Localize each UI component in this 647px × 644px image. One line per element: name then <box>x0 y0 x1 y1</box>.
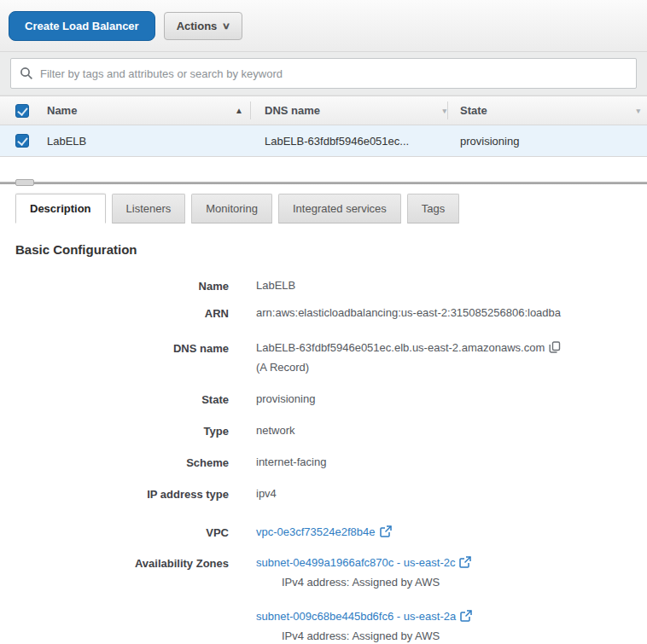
field-value: arn:aws:elasticloadbalancing:us-east-2:3… <box>256 306 561 319</box>
field-label: VPC <box>0 525 229 539</box>
actions-button[interactable]: Actions ∨ <box>164 12 243 40</box>
field-value: LabELB <box>256 279 295 292</box>
tab-integrated-services[interactable]: Integrated services <box>278 194 401 223</box>
basic-configuration-fields: Name LabELB ARN arn:aws:elasticloadbalan… <box>0 279 647 642</box>
field-value: ipv4 <box>256 487 277 500</box>
chevron-down-icon: ∨ <box>222 20 230 32</box>
availability-zone-item: subnet-0e499a1966afc870c - us-east-2c IP… <box>256 556 472 589</box>
splitter-handle[interactable] <box>15 179 34 186</box>
row-state-cell: provisioning <box>460 135 519 148</box>
select-all-checkbox[interactable] <box>15 104 29 118</box>
column-divider <box>447 102 448 119</box>
tab-tags[interactable]: Tags <box>407 194 459 223</box>
column-header-name[interactable]: Name <box>47 104 77 117</box>
pane-splitter[interactable] <box>0 182 647 184</box>
zone-ipv4-detail: IPv4 address: Assigned by AWS <box>256 576 472 589</box>
field-label: Name <box>0 279 229 293</box>
vpc-link[interactable]: vpc-0e3cf73524e2f8b4e <box>256 525 376 538</box>
field-arn: ARN arn:aws:elasticloadbalancing:us-east… <box>0 306 647 320</box>
tab-description[interactable]: Description <box>15 194 106 223</box>
field-value: network <box>256 424 295 437</box>
table-row[interactable]: LabELB LabELB-63fdbf5946e051ec... provis… <box>0 125 647 156</box>
subnet-link[interactable]: subnet-009c68be445bd6fc6 - us-east-2a <box>256 610 456 623</box>
field-scheme: Scheme internet-facing <box>0 455 647 469</box>
field-name: Name LabELB <box>0 279 647 293</box>
field-label: Type <box>0 424 229 438</box>
field-value: internet-facing <box>256 455 326 468</box>
row-dns-cell: LabELB-63fdbf5946e051ec... <box>265 135 409 148</box>
field-availability-zones: Availability Zones subnet-0e499a1966afc8… <box>0 556 647 642</box>
tab-monitoring[interactable]: Monitoring <box>191 194 272 223</box>
field-vpc: VPC vpc-0e3cf73524e2f8b4e <box>0 525 647 540</box>
filter-strip <box>0 51 647 96</box>
field-ip-address-type: IP address type ipv4 <box>0 487 647 501</box>
create-load-balancer-button[interactable]: Create Load Balancer <box>9 11 155 41</box>
actions-button-label: Actions <box>177 20 218 32</box>
field-label: Scheme <box>0 455 229 469</box>
description-pane: Basic Configuration Name LabELB ARN arn:… <box>0 223 647 644</box>
field-label: IP address type <box>0 487 229 501</box>
column-header-state[interactable]: State <box>460 104 487 117</box>
field-type: Type network <box>0 424 647 438</box>
dns-record-type: (A Record) <box>256 361 561 374</box>
field-label: DNS name <box>0 341 229 355</box>
external-link-icon[interactable] <box>380 527 392 540</box>
copy-icon[interactable] <box>549 343 561 356</box>
detail-tabs: Description Listeners Monitoring Integra… <box>0 192 647 223</box>
zone-ipv4-detail: IPv4 address: Assigned by AWS <box>256 629 472 642</box>
load-balancer-console-page: Create Load Balancer Actions ∨ Name <box>0 0 647 644</box>
dns-name-value: LabELB-63fdbf5946e051ec.elb.us-east-2.am… <box>256 341 545 354</box>
field-label: Availability Zones <box>0 556 229 570</box>
field-value: provisioning <box>256 392 315 405</box>
field-value: LabELB-63fdbf5946e051ec.elb.us-east-2.am… <box>256 341 561 374</box>
field-dns-name: DNS name LabELB-63fdbf5946e051ec.elb.us-… <box>0 341 647 374</box>
external-link-icon[interactable] <box>459 558 471 571</box>
sort-ascending-icon[interactable]: ▲ <box>235 106 243 115</box>
filter-input[interactable] <box>40 67 627 80</box>
column-divider <box>250 102 251 119</box>
field-label: ARN <box>0 306 229 320</box>
row-name-cell: LabELB <box>47 135 86 148</box>
subnet-link[interactable]: subnet-0e499a1966afc870c - us-east-2c <box>256 556 455 569</box>
field-label: State <box>0 392 229 406</box>
field-state: State provisioning <box>0 392 647 406</box>
table-header-row: Name ▲ DNS name ▾ State ▾ <box>0 96 647 125</box>
load-balancers-table: Name ▲ DNS name ▾ State ▾ LabELB LabELB-… <box>0 96 647 157</box>
sort-icon[interactable]: ▾ <box>636 107 640 115</box>
column-header-dns-name[interactable]: DNS name <box>265 104 320 117</box>
external-link-icon[interactable] <box>460 612 472 624</box>
tab-listeners[interactable]: Listeners <box>112 194 186 223</box>
search-icon <box>20 67 33 80</box>
filter-box[interactable] <box>10 58 637 89</box>
row-checkbox[interactable] <box>15 134 29 148</box>
toolbar: Create Load Balancer Actions ∨ <box>0 0 647 51</box>
availability-zone-item: subnet-009c68be445bd6fc6 - us-east-2a IP… <box>256 610 472 642</box>
section-title: Basic Configuration <box>15 242 647 257</box>
